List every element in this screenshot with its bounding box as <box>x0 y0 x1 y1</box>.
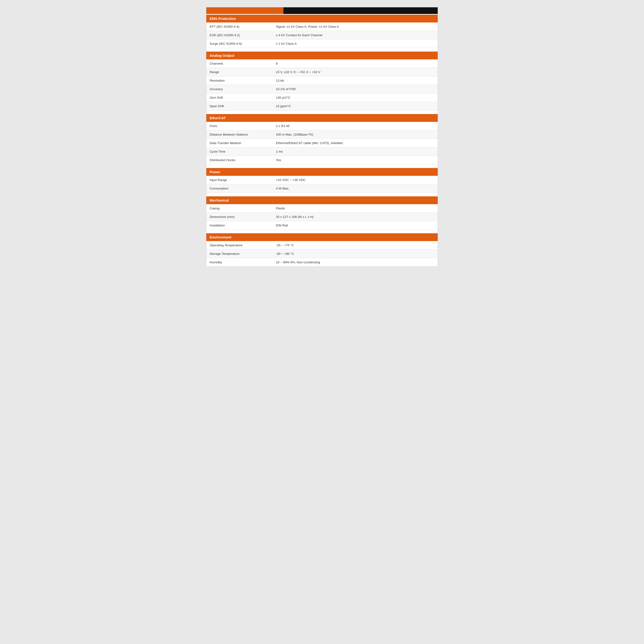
spec-value: -25 ~ +75 °C <box>273 241 438 249</box>
section-header-ems-protection: EMS Protection <box>206 14 438 22</box>
spec-value: Ethernet/EtherCAT cable (Min. CAT5), shi… <box>273 139 438 147</box>
section-header-environment: Environment <box>206 233 438 241</box>
tab-accessories[interactable] <box>283 7 361 14</box>
tab-bar <box>206 7 438 14</box>
spec-row: Dimensions (mm)33 x 127 x 108 (W x L x H… <box>206 213 438 221</box>
sections-container: EMS ProtectionEFT (IEC 61000-4-4)Signal:… <box>206 14 438 266</box>
section-spacer <box>206 164 438 167</box>
section-header-power: Power <box>206 167 438 176</box>
spec-label: Channels <box>206 59 273 68</box>
spec-row: Surge (IEC 61000-4-5)± 1 kV Class A <box>206 40 438 48</box>
spec-value: 8 <box>273 59 438 68</box>
spec-label: Zero Drift <box>206 93 273 102</box>
spec-row: Consumption4 W Max. <box>206 184 438 193</box>
spec-row: Span Drift±5 ppm/°C <box>206 102 438 110</box>
spec-value: ± 1 kV Class A <box>273 40 438 48</box>
spec-label: Input Range <box>206 176 273 184</box>
spec-label: Surge (IEC 61000-4-5) <box>206 40 273 48</box>
spec-label: Operating Temperature <box>206 241 273 249</box>
spec-label: ESD (IEC 61000-4-2) <box>206 31 273 39</box>
spec-row: EFT (IEC 61000-4-4)Signal: ±1 kV Class A… <box>206 22 438 31</box>
spec-value: Yes <box>273 156 438 164</box>
spec-value: 1 ms <box>273 147 438 156</box>
spec-label: Storage Temperature <box>206 250 273 258</box>
spec-row: Distance Between Stations100 m Max. (100… <box>206 130 438 139</box>
spec-value: +10 VDC ~ +30 VDC <box>273 176 438 184</box>
spec-row: Data Transfer MediumEthernet/EtherCAT ca… <box>206 139 438 147</box>
spec-row: Distributed ClocksYes <box>206 156 438 164</box>
spec-label: Cycle Time <box>206 147 273 156</box>
spec-value: ±0.1% of FSR <box>273 85 438 93</box>
spec-value: 100 m Max. (100Base-TX) <box>273 130 438 139</box>
spec-value: 10 ~ 90% RH, Non-condensing <box>273 258 438 266</box>
spec-row: Accuracy±0.1% of FSR <box>206 85 438 93</box>
spec-row: Ports2 x RJ-45 <box>206 122 438 130</box>
section-header-mechanical: Mechanical <box>206 196 438 204</box>
spec-row: ESD (IEC 61000-4-2)± 4 kV Contact for Ea… <box>206 31 438 40</box>
spec-row: Input Range+10 VDC ~ +30 VDC <box>206 176 438 184</box>
spec-value: Signal: ±1 kV Class A; Power: ±1 kV Clas… <box>273 22 438 31</box>
spec-label: Consumption <box>206 184 273 193</box>
spec-row: CasingPlastic <box>206 204 438 213</box>
spec-label: Distance Between Stations <box>206 130 273 139</box>
spec-value: Plastic <box>273 204 438 212</box>
spec-label: Span Drift <box>206 102 273 110</box>
section-spacer <box>206 230 438 233</box>
spec-label: Range <box>206 68 273 76</box>
spec-row: Range±5 V, ±10 V, 0 ~ +5V, 0 ~ +10 V <box>206 68 438 76</box>
spec-row: Zero Drift±30 μV/°C <box>206 93 438 102</box>
spec-label: Resolution <box>206 76 273 85</box>
spec-value: -30 ~ +80 °C <box>273 250 438 258</box>
spec-label: Installation <box>206 221 273 229</box>
spec-label: Accuracy <box>206 85 273 93</box>
spec-value: ±5 ppm/°C <box>273 102 438 110</box>
section-spacer <box>206 110 438 113</box>
section-spacer <box>206 48 438 51</box>
specs-container: EMS ProtectionEFT (IEC 61000-4-4)Signal:… <box>206 7 438 267</box>
spec-row: InstallationDIN-Rail <box>206 221 438 230</box>
spec-row: Channels8 <box>206 59 438 68</box>
spec-value: ±5 V, ±10 V, 0 ~ +5V, 0 ~ +10 V <box>273 68 438 76</box>
spec-label: Distributed Clocks <box>206 156 273 164</box>
tab-related-products[interactable] <box>361 7 438 14</box>
spec-label: Casing <box>206 204 273 212</box>
spec-row: Cycle Time1 ms <box>206 147 438 156</box>
section-header-analog-output: Analog Output <box>206 51 438 59</box>
spec-label: Data Transfer Medium <box>206 139 273 147</box>
spec-value: 2 x RJ-45 <box>273 122 438 130</box>
spec-label: EFT (IEC 61000-4-4) <box>206 22 273 31</box>
spec-value: DIN-Rail <box>273 221 438 229</box>
tab-specifications[interactable] <box>206 7 283 14</box>
spec-value: 33 x 127 x 108 (W x L x H) <box>273 213 438 221</box>
spec-row: Humidity10 ~ 90% RH, Non-condensing <box>206 258 438 266</box>
spec-value: 4 W Max. <box>273 184 438 193</box>
spec-value: 12-bit <box>273 76 438 85</box>
spec-value: ±30 μV/°C <box>273 93 438 102</box>
spec-row: Resolution12-bit <box>206 76 438 85</box>
spec-label: Dimensions (mm) <box>206 213 273 221</box>
spec-row: Operating Temperature-25 ~ +75 °C <box>206 241 438 250</box>
spec-label: Humidity <box>206 258 273 266</box>
section-spacer <box>206 193 438 196</box>
spec-label: Ports <box>206 122 273 130</box>
spec-value: ± 4 kV Contact for Each Channel <box>273 31 438 39</box>
section-header-ethercat: EtherCAT <box>206 113 438 122</box>
spec-row: Storage Temperature-30 ~ +80 °C <box>206 250 438 258</box>
